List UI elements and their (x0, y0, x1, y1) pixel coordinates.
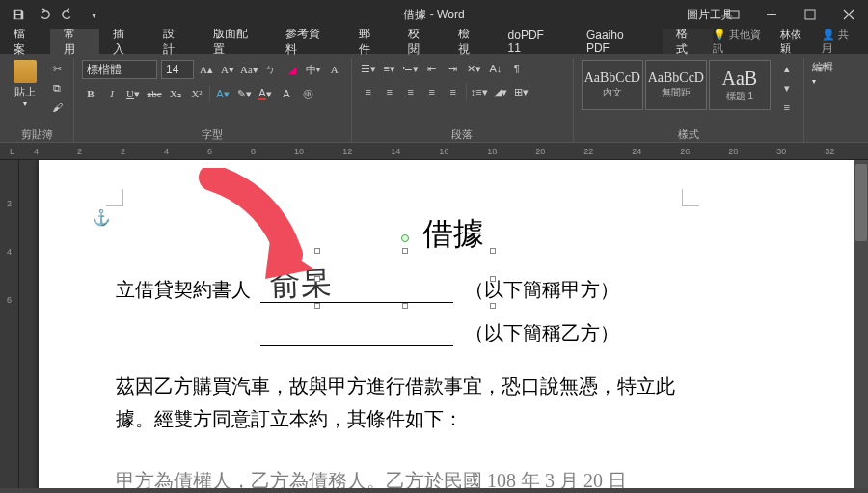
tell-me[interactable]: 💡 其他資訊 (713, 27, 771, 56)
picture-selection[interactable] (318, 252, 492, 305)
minimize-icon[interactable] (752, 0, 791, 29)
undo-icon[interactable] (31, 2, 56, 27)
page: ⚓ 借據 立借貸契約書人 俞杲 （以下簡稱甲方） 立借貸契約書人 （以下簡 (39, 160, 868, 488)
doc-title[interactable]: 借據 (116, 213, 791, 256)
party-b-field[interactable] (260, 323, 453, 346)
tab-file[interactable]: 檔案 (0, 29, 50, 54)
tab-references[interactable]: 參考資料 (272, 29, 344, 54)
char-shading-icon[interactable]: A (278, 85, 295, 102)
enclose-char-icon[interactable]: A (326, 61, 343, 78)
subscript-icon[interactable]: X₂ (167, 85, 184, 102)
svg-rect-2 (805, 10, 815, 19)
format-painter-icon[interactable]: 🖌 (48, 98, 66, 116)
style-nospacing[interactable]: AaBbCcD無間距 (645, 60, 707, 110)
align-center-icon[interactable]: ≡ (381, 83, 398, 100)
close-icon[interactable] (829, 0, 868, 29)
window-title: 借據 - Word (403, 7, 464, 23)
strike-icon[interactable]: abc (146, 85, 163, 102)
group-font: A▴ A▾ Aa▾ ㄅ ◢ 中▾ A B I U▾ abc X₂ X² A▾ ✎… (74, 58, 352, 143)
share-button[interactable]: 👤 共用 (822, 27, 858, 56)
rotate-handle-icon[interactable] (401, 234, 409, 242)
tab-view[interactable]: 檢視 (445, 29, 495, 54)
doc-body-partial[interactable]: 甲方為債權人，乙方為債務人。乙方於民國 108 年 3 月 20 日 (116, 464, 791, 488)
group-editing: 編輯▾ (804, 58, 841, 143)
qat-more-icon[interactable]: ▾ (81, 2, 106, 27)
scroll-thumb[interactable] (855, 164, 867, 241)
redo-icon[interactable] (56, 2, 81, 27)
change-case-icon[interactable]: Aa▾ (240, 61, 258, 78)
anchor-icon: ⚓ (92, 208, 111, 227)
font-size-select[interactable] (161, 60, 194, 79)
tab-insert[interactable]: 插入 (99, 29, 149, 54)
phonetic-guide-icon[interactable]: ㄅ (262, 61, 280, 78)
ribbon-display-icon[interactable] (714, 0, 752, 29)
bullets-icon[interactable]: ☰▾ (360, 60, 377, 77)
group-styles: AaBbCcD內文 AaBbCcD無間距 AaB標題 1 ▴ ▾ ≡ 樣式 (574, 58, 804, 143)
styles-scroll-up-icon[interactable]: ▴ (778, 60, 796, 77)
font-color-icon[interactable]: A▾ (257, 85, 274, 102)
maximize-icon[interactable] (791, 0, 829, 29)
align-left-icon[interactable]: ≡ (360, 83, 377, 100)
decrease-indent-icon[interactable]: ⇤ (423, 60, 441, 77)
editing-button[interactable]: 編輯▾ (812, 60, 833, 86)
tab-gaaiho[interactable]: Gaaiho PDF (573, 29, 663, 54)
justify-icon[interactable]: ≡ (423, 83, 441, 100)
line1-prefix[interactable]: 立借貸契約書人 (116, 277, 251, 303)
line2-suffix[interactable]: （以下簡稱乙方） (465, 320, 619, 346)
group-paragraph: ☰▾ ≡▾ ≔▾ ⇤ ⇥ ✕▾ A↓ ¶ ≡ ≡ ≡ ≡ ≡ ↕≡▾ ◢▾ ⊞▾ (352, 58, 574, 143)
text-effects-icon[interactable]: A▾ (214, 85, 231, 102)
style-heading1[interactable]: AaB標題 1 (709, 60, 771, 110)
svg-rect-1 (767, 14, 776, 15)
line-spacing-icon[interactable]: ↕≡▾ (471, 83, 488, 100)
paste-button[interactable]: 貼上 ▾ (8, 60, 42, 108)
tab-review[interactable]: 校閱 (394, 29, 445, 54)
font-name-select[interactable] (82, 60, 157, 79)
styles-scroll-down-icon[interactable]: ▾ (778, 79, 796, 96)
align-right-icon[interactable]: ≡ (402, 83, 420, 100)
shrink-font-icon[interactable]: A▾ (219, 61, 236, 78)
sort-icon[interactable]: A↓ (487, 60, 504, 77)
margin-corner-tl (106, 189, 123, 206)
tab-design[interactable]: 設計 (149, 29, 200, 54)
tab-dopdf[interactable]: doPDF 11 (495, 29, 573, 54)
user-name[interactable]: 林依穎 (780, 27, 812, 56)
numbering-icon[interactable]: ≡▾ (381, 60, 398, 77)
clear-format-icon[interactable]: ◢ (284, 61, 301, 78)
asian-layout-icon[interactable]: ✕▾ (466, 60, 483, 77)
char-border-icon[interactable]: 中▾ (305, 61, 322, 78)
scrollbar-vertical[interactable] (854, 160, 868, 488)
italic-icon[interactable]: I (103, 85, 121, 102)
bold-icon[interactable]: B (82, 85, 99, 102)
svg-rect-0 (727, 11, 739, 18)
ruler-vertical[interactable]: 246 (0, 160, 19, 488)
margin-corner-tr (682, 189, 699, 206)
copy-icon[interactable]: ⧉ (48, 79, 66, 96)
borders-icon[interactable]: ⊞▾ (513, 83, 530, 100)
grow-font-icon[interactable]: A▴ (198, 61, 215, 78)
shading-icon[interactable]: ◢▾ (492, 83, 509, 100)
increase-indent-icon[interactable]: ⇥ (445, 60, 462, 77)
tab-home[interactable]: 常用 (50, 29, 100, 54)
superscript-icon[interactable]: X² (188, 85, 205, 102)
enclose-icon[interactable]: ㊥ (299, 85, 316, 102)
style-normal[interactable]: AaBbCcD內文 (582, 60, 643, 110)
multilevel-icon[interactable]: ≔▾ (402, 60, 420, 77)
save-icon[interactable] (6, 2, 31, 27)
tab-mailings[interactable]: 郵件 (345, 29, 395, 54)
tab-format[interactable]: 格式 (663, 29, 713, 54)
doc-body[interactable]: 茲因乙方購買汽車，故與甲方進行借款事宜，恐口說無憑，特立此 據。經雙方同意訂立本… (116, 370, 791, 435)
show-marks-icon[interactable]: ¶ (508, 60, 526, 77)
distribute-icon[interactable]: ≡ (445, 83, 462, 100)
cut-icon[interactable]: ✂ (48, 60, 66, 77)
ruler-horizontal[interactable]: L 42 24 68 1012 1416 1820 2224 2628 3032… (0, 143, 868, 160)
tab-layout[interactable]: 版面配置 (200, 29, 272, 54)
document-canvas[interactable]: 246 ⚓ 借據 立借貸契約書人 俞杲 （以下簡稱甲方） 立借貸契約書人 (0, 160, 868, 488)
underline-icon[interactable]: U▾ (124, 85, 142, 102)
highlight-icon[interactable]: ✎▾ (235, 85, 253, 102)
group-clipboard: 貼上 ▾ ✂ ⧉ 🖌 剪貼簿 (0, 58, 74, 143)
styles-more-icon[interactable]: ≡ (778, 98, 796, 116)
